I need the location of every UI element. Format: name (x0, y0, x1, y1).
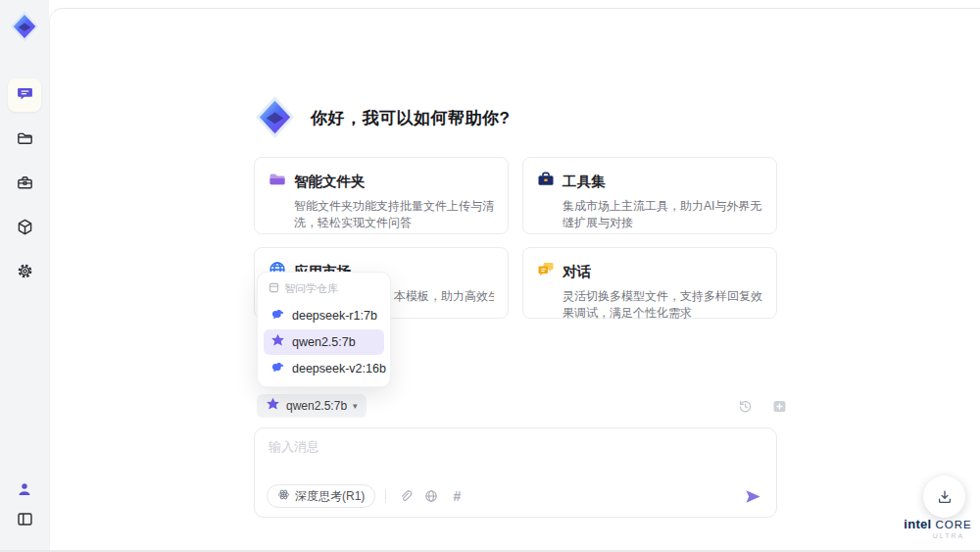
toolset-icon (536, 170, 556, 193)
panel-icon (16, 510, 34, 532)
deep-think-toggle[interactable]: 深度思考(R1) (267, 484, 375, 508)
intel-logo-text: intel (904, 517, 931, 531)
app-logo (8, 10, 41, 43)
user-icon (16, 480, 33, 502)
app-window: 你好，我可以如何帮助你? 智能文件夹 智能文件夹功能支持批量文件上传与清洗，轻松… (0, 0, 980, 552)
card-title: 对话 (563, 263, 591, 281)
ultra-logo-text: ultra (902, 532, 974, 539)
globe-button[interactable] (421, 486, 441, 506)
greeting-logo (252, 94, 298, 140)
card-desc: 智能文件夹功能支持批量文件上传与清洗，轻松实现文件问答 (294, 198, 494, 231)
core-logo-text: core (935, 519, 971, 530)
qwen-icon (270, 333, 285, 351)
model-dropdown: 智问学仓库 deepseek-r1:7b qwen2.5:7b (257, 272, 391, 387)
model-option-deepseek-r1[interactable]: deepseek-r1:7b (264, 303, 384, 328)
model-option-label: deepseek-r1:7b (292, 309, 377, 323)
chevron-down-icon: ▾ (353, 401, 358, 411)
repo-icon (269, 282, 279, 295)
toolbar-divider (385, 489, 386, 503)
sidebar (0, 0, 49, 552)
card-smart-folder[interactable]: 智能文件夹 智能文件夹功能支持批量文件上传与清洗，轻松实现文件问答 (254, 157, 509, 234)
model-dropdown-header-label: 智问学仓库 (284, 281, 338, 296)
sidebar-item-account[interactable] (8, 475, 41, 508)
model-option-deepseek-v2[interactable]: deepseek-v2:16b (264, 356, 384, 381)
hash-icon: # (453, 488, 461, 504)
download-button[interactable] (923, 476, 965, 518)
sidebar-item-chat[interactable] (8, 78, 41, 112)
sidebar-item-settings[interactable] (8, 256, 41, 289)
card-toolset[interactable]: 工具集 集成市场上主流工具，助力AI与外界无缝扩展与对接 (522, 157, 777, 234)
card-title: 智能文件夹 (294, 173, 366, 191)
chat-input-container: 深度思考(R1) # (254, 427, 777, 518)
cube-icon (16, 218, 34, 240)
card-desc: 灵活切换多模型文件，支持多样回复效果调试，满足个性化需求 (563, 288, 762, 322)
qwen-icon (266, 397, 280, 415)
sidebar-item-folders[interactable] (8, 124, 41, 157)
card-chat[interactable]: 对话 灵活切换多模型文件，支持多样回复效果调试，满足个性化需求 (522, 247, 777, 319)
smart-folder-icon (268, 170, 287, 193)
sidebar-item-collapse[interactable] (8, 504, 41, 537)
knowledge-base-button[interactable]: # (447, 486, 466, 506)
sidebar-item-apps[interactable] (8, 212, 41, 245)
history-button[interactable] (735, 396, 755, 416)
model-option-label: qwen2.5:7b (292, 335, 356, 349)
folder-icon (16, 129, 34, 152)
message-input[interactable] (269, 438, 759, 477)
chat-icon (16, 84, 34, 107)
card-desc: 集成市场上主流工具，助力AI与外界无缝扩展与对接 (563, 198, 762, 231)
model-selector-label: qwen2.5:7b (286, 399, 347, 413)
send-button[interactable] (741, 484, 764, 508)
input-toolbar: 深度思考(R1) # (267, 484, 764, 508)
deep-think-label: 深度思考(R1) (295, 488, 365, 505)
chat-bubbles-icon (536, 260, 556, 283)
model-option-qwen[interactable]: qwen2.5:7b (264, 329, 384, 355)
model-selector-button[interactable]: qwen2.5:7b ▾ (257, 394, 367, 418)
deepseek-whale-icon (270, 360, 285, 377)
model-option-label: deepseek-v2:16b (292, 362, 386, 376)
toolbox-icon (16, 174, 34, 196)
sidebar-item-toolset[interactable] (8, 168, 41, 201)
attachment-button[interactable] (396, 486, 416, 506)
gear-icon (16, 262, 34, 284)
deepseek-whale-icon (270, 307, 285, 325)
new-chat-button[interactable] (769, 396, 789, 416)
atom-icon (277, 488, 290, 504)
intel-core-badge: intel core ultra (902, 517, 974, 539)
page-title: 你好，我可以如何帮助你? (311, 107, 510, 129)
model-dropdown-header: 智问学仓库 (263, 279, 385, 302)
card-title: 工具集 (563, 173, 606, 191)
